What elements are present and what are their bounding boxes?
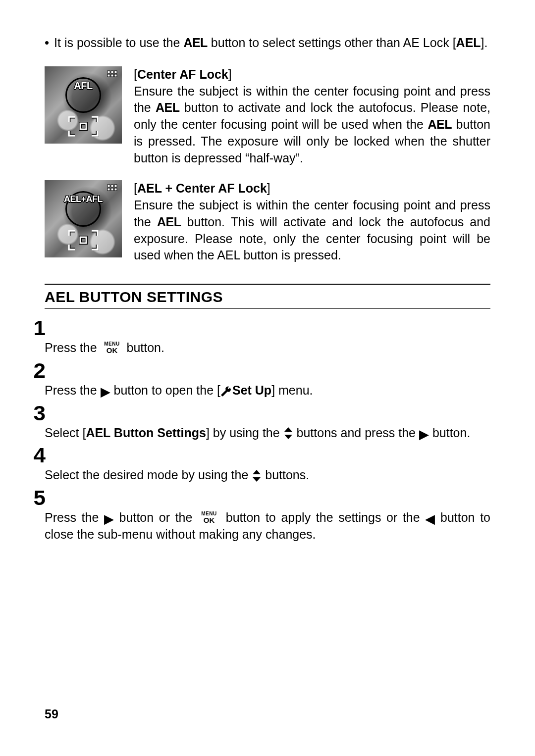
feature-title: [AEL + Center AF Lock] [134,181,270,195]
step-number-3: 3 [34,403,502,424]
svg-rect-3 [107,74,110,77]
wrench-icon [220,385,232,397]
step-1-body: Press the MENUOK button. [45,340,490,356]
mode-grid-icon [107,184,118,193]
step-number-2: 2 [34,360,502,381]
svg-rect-6 [80,123,86,129]
mode-grid-icon [107,70,118,79]
svg-marker-21 [253,477,261,482]
intro-text-3: ]. [481,36,488,50]
step-3-body: Select [AEL Button Settings] by using th… [45,425,490,442]
lcd-preview-afl: AFL [45,66,122,144]
section-heading: AEL BUTTON SETTINGS [45,289,490,305]
intro-bracket-bold: AEL [456,36,481,50]
svg-rect-10 [114,185,117,187]
svg-rect-4 [111,74,113,77]
page-number: 59 [45,707,58,721]
ael-button-label: AEL [156,101,180,114]
svg-rect-14 [80,237,86,243]
up-down-arrow-icon [283,427,293,440]
svg-rect-9 [111,185,113,187]
bullet-icon: • [45,35,49,51]
step-2-body: Press the ▶ button to open the [Set Up] … [45,382,490,399]
svg-rect-2 [114,71,117,73]
svg-rect-1 [111,71,113,73]
svg-text:OK: OK [204,516,215,524]
step-5-body: Press the ▶ button or the MENUOK button … [45,509,490,543]
ael-button-label: AEL [157,215,181,229]
lcd-label-afl: AFL [74,80,92,92]
step-4-body: Select the desired mode by using the but… [45,467,490,484]
lcd-preview-ael-afl: AEL+AFL [45,180,122,257]
intro-text-1: It is possible to use the [54,36,183,50]
svg-text:OK: OK [106,346,117,354]
divider-thin [45,308,490,309]
svg-rect-11 [107,188,110,191]
focus-bracket-icon [68,230,99,251]
svg-rect-12 [111,188,113,191]
feature-title: [Center AF Lock] [134,67,232,81]
svg-rect-8 [107,185,110,187]
lcd-label-ael-afl: AEL+AFL [64,194,103,204]
step-number-1: 1 [34,318,502,339]
divider-thick [45,284,490,285]
svg-marker-20 [253,470,261,474]
intro-text-2: button to select settings other than AE … [208,36,456,50]
svg-marker-18 [284,427,292,432]
svg-rect-5 [114,74,117,77]
intro-bullet: • It is possible to use the AEL button t… [45,35,490,51]
step-number-5: 5 [34,488,502,508]
ael-button-label: AEL [183,36,208,50]
up-down-arrow-icon [252,469,262,482]
svg-marker-19 [284,435,292,439]
focus-bracket-icon [68,116,99,137]
svg-rect-0 [107,71,110,73]
ael-button-label: AEL [428,117,452,131]
menu-ok-icon: MENUOK [198,510,220,524]
step-number-4: 4 [34,445,502,466]
feature-center-af-lock: AFL [45,66,490,167]
svg-rect-13 [114,188,117,191]
menu-ok-icon: MENUOK [101,341,123,354]
feature-body-2: button. This will activate and lock the … [134,215,490,262]
feature-ael-center-af-lock: AEL+AFL [AEL + Center AF Lock] [45,180,490,264]
